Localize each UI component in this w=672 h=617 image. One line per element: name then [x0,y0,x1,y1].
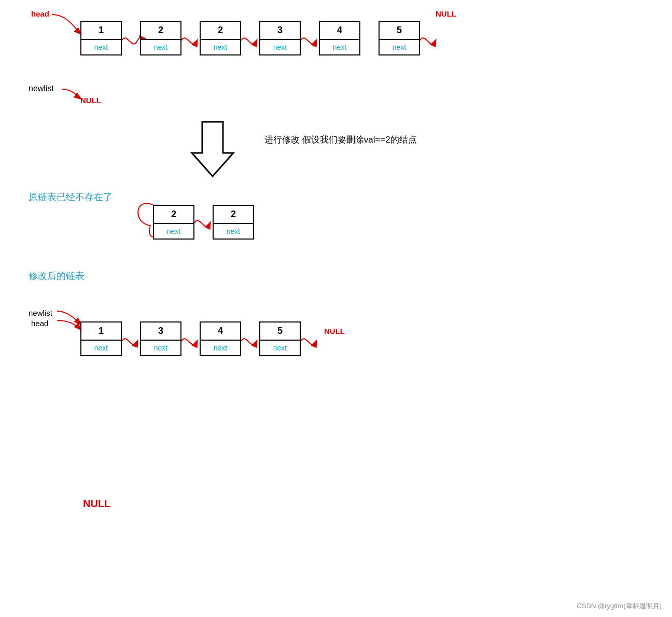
node-s4-4: 5 next [259,321,301,356]
head-label-s4: head [31,319,48,328]
node-s4-1-val: 1 [81,322,121,341]
node-6-top: 5 next [379,21,420,55]
description-text: 进行修改 假设我们要删除val==2的结点 [264,134,417,146]
node-s4-1: 1 next [80,321,122,356]
newlist-label-top: newlist [29,84,54,93]
node-4-top: 3 next [259,21,301,55]
node-2-next: next [141,40,180,54]
newlist-label-s4: newlist [29,308,52,317]
node-s3-2: 2 next [213,205,254,240]
svg-marker-0 [192,122,233,176]
node-s4-2: 3 next [140,321,181,356]
node-s4-1-next: next [81,341,121,355]
diagram-container: head 1 next 2 next 2 next 3 next 4 next … [0,0,672,617]
node-4-val: 3 [260,22,300,40]
node-4-next: next [260,40,300,54]
node-s3-1-val: 2 [154,206,193,224]
null-label-bottom: NULL [83,498,110,510]
node-1-next: next [81,40,121,54]
null-label-s4: NULL [324,327,345,335]
node-s4-2-val: 3 [141,322,180,341]
node-s3-2-next: next [214,224,253,239]
node-5-top: 4 next [319,21,360,55]
node-1-val: 1 [81,22,121,40]
node-s3-2-val: 2 [214,206,253,224]
node-1-top: 1 next [80,21,122,55]
node-3-top: 2 next [200,21,241,55]
node-s4-4-val: 5 [260,322,300,341]
node-6-next: next [380,40,419,54]
node-s4-3-next: next [201,341,240,355]
node-5-val: 4 [320,22,359,40]
node-3-next: next [201,40,240,54]
newlist-null-top: NULL [80,96,101,105]
null-label-top: NULL [436,9,456,18]
watermark: CSDN @rygttm(举杯邀明月) [577,601,662,611]
node-s4-4-next: next [260,341,300,355]
node-s4-3: 4 next [200,321,241,356]
head-label-top: head [31,9,49,18]
node-s4-2-next: next [141,341,180,355]
node-3-val: 2 [201,22,240,40]
node-6-val: 5 [380,22,419,40]
svg-overlay [0,0,672,617]
section4-title: 修改后的链表 [29,270,85,282]
node-2-top: 2 next [140,21,181,55]
node-s3-1-next: next [154,224,193,239]
node-s3-1: 2 next [153,205,194,240]
node-s4-3-val: 4 [201,322,240,341]
section3-title: 原链表已经不存在了 [29,191,113,203]
node-5-next: next [320,40,359,54]
node-2-val: 2 [141,22,180,40]
